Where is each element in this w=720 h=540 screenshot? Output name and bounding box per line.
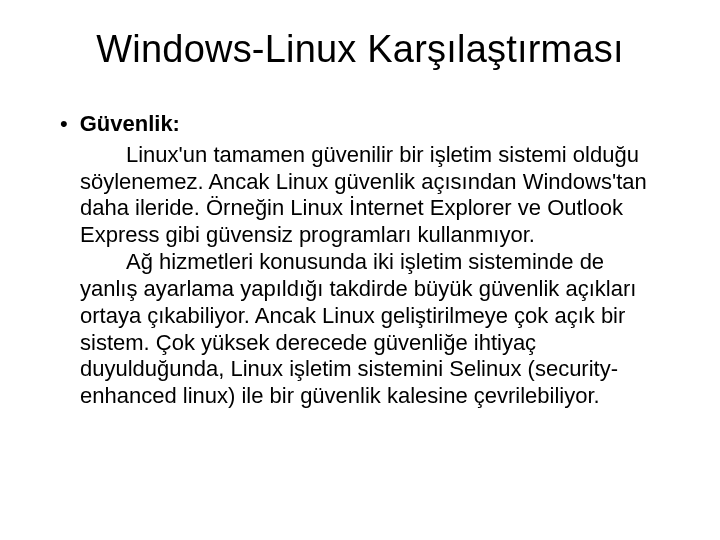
paragraph-1: Linux'un tamamen güvenilir bir işletim s… <box>80 142 666 249</box>
paragraph-2: Ağ hizmetleri konusunda iki işletim sist… <box>80 249 666 410</box>
bullet-label: Güvenlik: <box>80 111 180 138</box>
bullet-item: • Güvenlik: <box>56 111 670 138</box>
slide-content: • Güvenlik: Linux'un tamamen güvenilir b… <box>50 111 670 410</box>
bullet-dot-icon: • <box>60 111 68 138</box>
slide-title: Windows-Linux Karşılaştırması <box>50 28 670 71</box>
